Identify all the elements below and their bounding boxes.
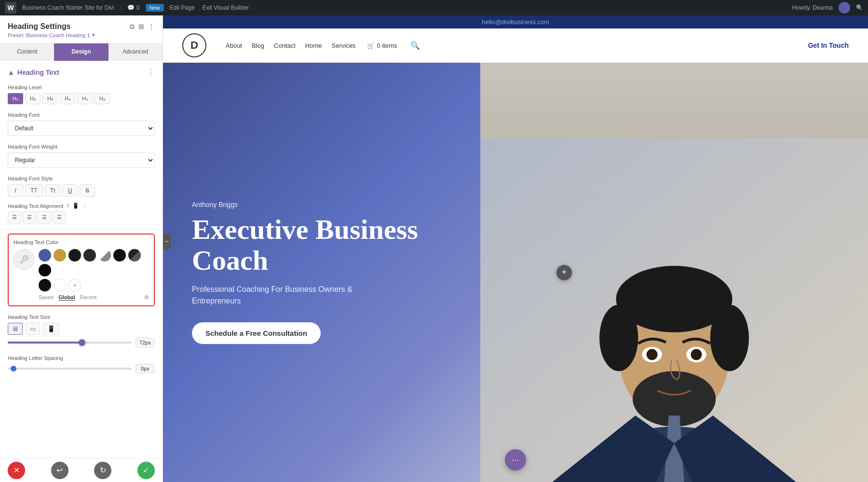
- color-swatches-grid: + Saved Global Recent ⚙: [39, 249, 149, 301]
- size-slider-thumb[interactable]: [79, 339, 85, 346]
- nav-blog[interactable]: Blog: [252, 42, 264, 49]
- heading-alignment-row: Heading Text Alignment ? 📱 ⋮ ☰ ☰ ☰ ☰: [0, 201, 163, 227]
- nav-about[interactable]: About: [226, 42, 242, 49]
- grid-icon[interactable]: ⊞: [138, 23, 144, 31]
- heading-level-row: Heading Level H₁ H₂ H₃ H₄ H₅ H₆: [0, 81, 163, 108]
- heading-font-select[interactable]: Default: [8, 121, 155, 136]
- spacing-slider-thumb[interactable]: [11, 366, 16, 372]
- add-element-button[interactable]: +: [556, 265, 572, 280]
- nav-contact[interactable]: Contact: [274, 42, 296, 49]
- tab-design[interactable]: Design: [54, 43, 108, 61]
- section-collapse-icon[interactable]: ▲: [8, 69, 14, 76]
- save-button[interactable]: ✓: [137, 462, 155, 479]
- alignment-more-icon[interactable]: ⋮: [82, 203, 87, 209]
- color-settings-icon[interactable]: ⚙: [144, 294, 149, 301]
- heading-letter-spacing-row: Heading Letter Spacing 0px: [0, 351, 163, 377]
- redo-button[interactable]: ↻: [94, 462, 111, 479]
- align-justify[interactable]: ☰: [53, 211, 66, 223]
- nav-cta-button[interactable]: Get In Touch: [808, 41, 849, 49]
- size-slider-value[interactable]: 72px: [136, 338, 155, 347]
- tab-content[interactable]: Content: [0, 43, 54, 61]
- color-picker-eyedropper[interactable]: [14, 249, 35, 270]
- style-capitalize[interactable]: Tt: [45, 184, 61, 197]
- heading-level-h6[interactable]: H₆: [95, 93, 110, 104]
- heading-level-h2[interactable]: H₂: [25, 93, 41, 104]
- style-uppercase[interactable]: TT: [25, 184, 43, 197]
- new-button[interactable]: New: [146, 4, 164, 12]
- panel-title-icons: ⧉ ⊞ ⋮: [130, 23, 155, 31]
- hero-image: [480, 63, 868, 482]
- cancel-icon: ✕: [14, 466, 20, 475]
- cancel-button[interactable]: ✕: [8, 462, 25, 479]
- size-slider-fill: [8, 342, 82, 344]
- heading-level-label: Heading Level: [8, 84, 155, 90]
- alignment-label: Heading Text Alignment: [8, 203, 63, 209]
- swatch-black3[interactable]: [39, 279, 51, 291]
- swatch-half2[interactable]: [128, 249, 141, 262]
- heading-font-weight-select[interactable]: Regular: [8, 152, 155, 168]
- undo-button[interactable]: ↩: [51, 462, 68, 479]
- swatches-row-1: [39, 249, 149, 276]
- comments-link[interactable]: 💬 0: [127, 4, 140, 11]
- fab-button[interactable]: ···: [505, 449, 526, 470]
- swatch-white[interactable]: [54, 279, 66, 291]
- alignment-options: ☰ ☰ ☰ ☰: [8, 211, 155, 223]
- nav-home[interactable]: Home: [305, 42, 322, 49]
- swatch-dark2[interactable]: [83, 249, 96, 262]
- heading-level-h3[interactable]: H₃: [42, 93, 58, 104]
- align-left[interactable]: ☰: [8, 211, 21, 223]
- color-tab-global[interactable]: Global: [58, 294, 75, 301]
- spacing-slider-track[interactable]: [8, 368, 132, 370]
- device-mobile[interactable]: 📱: [43, 323, 59, 335]
- heading-level-h5[interactable]: H₅: [77, 93, 93, 104]
- resize-handle[interactable]: ↔: [163, 234, 171, 249]
- hero-cta-button[interactable]: Schedule a Free Consultation: [192, 322, 321, 344]
- site-email-link[interactable]: hello@divibusiness.com: [482, 18, 549, 26]
- style-strikethrough[interactable]: S: [80, 184, 95, 197]
- site-logo[interactable]: D: [182, 33, 206, 57]
- nav-services[interactable]: Services: [332, 42, 356, 49]
- heading-font-weight-row: Heading Font Weight Regular: [0, 140, 163, 172]
- nav-cart[interactable]: 🛒 0 items: [367, 42, 397, 49]
- swatch-navy[interactable]: [39, 249, 51, 262]
- swatch-black1[interactable]: [113, 249, 126, 262]
- device-desktop[interactable]: 🖥: [8, 323, 23, 335]
- alignment-help-icon[interactable]: ?: [66, 203, 69, 209]
- color-tab-recent[interactable]: Recent: [80, 294, 96, 301]
- svg-point-5: [599, 304, 638, 371]
- size-slider-track[interactable]: [8, 342, 132, 344]
- section-header: ▲ Heading Text ⋮: [0, 61, 163, 81]
- site-name[interactable]: Business Coach Starter Site for Divi: [22, 4, 114, 11]
- exit-builder-link[interactable]: Exit Visual Builder: [203, 4, 249, 11]
- align-right[interactable]: ☰: [38, 211, 51, 223]
- align-center[interactable]: ☰: [23, 211, 36, 223]
- swatch-half[interactable]: [98, 249, 111, 262]
- heading-font-style-row: Heading Font Style I TT Tt U S: [0, 172, 163, 201]
- swatch-black2[interactable]: [39, 264, 51, 276]
- heading-text-size-label: Heading Text Size: [8, 314, 155, 320]
- spacing-slider-value[interactable]: 0px: [136, 364, 155, 373]
- tab-advanced[interactable]: Advanced: [108, 43, 163, 61]
- copy-icon[interactable]: ⧉: [130, 23, 135, 31]
- section-more-icon[interactable]: ⋮: [147, 68, 155, 77]
- style-underline[interactable]: U: [62, 184, 78, 197]
- preview-area: hello@divibusiness.com D About Blog Cont…: [163, 15, 868, 482]
- alignment-device-icon[interactable]: 📱: [72, 203, 79, 209]
- style-italic[interactable]: I: [8, 184, 23, 197]
- edit-page-link[interactable]: Edit Page: [170, 4, 195, 11]
- swatch-dark1[interactable]: [68, 249, 81, 262]
- swatch-gold[interactable]: [54, 249, 66, 262]
- wp-logo-icon[interactable]: W: [5, 2, 16, 14]
- color-tab-saved[interactable]: Saved: [39, 294, 54, 301]
- preset-label: Preset: Business Coach Heading 1: [8, 32, 90, 38]
- add-color-button[interactable]: +: [68, 279, 81, 291]
- nav-search-icon[interactable]: 🔍: [410, 41, 420, 50]
- search-icon[interactable]: 🔍: [856, 4, 863, 11]
- preset-selector[interactable]: Preset: Business Coach Heading 1 ▾: [8, 32, 155, 38]
- heading-level-h1[interactable]: H₁: [8, 93, 23, 104]
- preset-chevron-icon: ▾: [92, 32, 95, 38]
- device-tablet[interactable]: ▭: [26, 323, 40, 335]
- size-slider-row: 72px: [8, 338, 155, 347]
- heading-level-h4[interactable]: H₄: [60, 93, 75, 104]
- more-icon[interactable]: ⋮: [148, 23, 155, 31]
